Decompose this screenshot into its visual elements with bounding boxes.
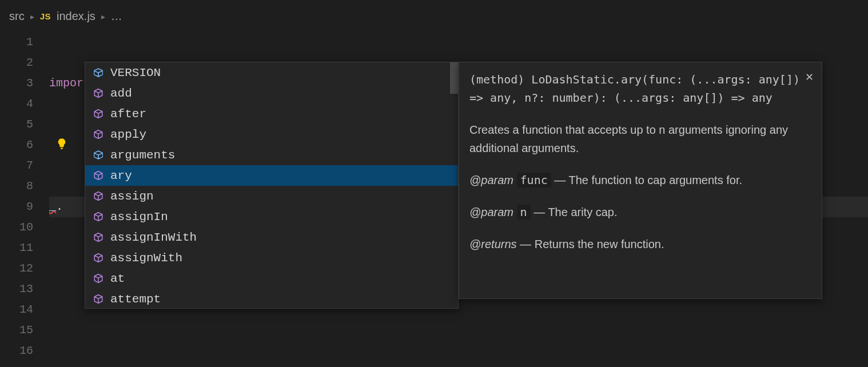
- line-number-gutter: 1 2 3 4 5 6 7 8 9 10 11 12 13 14 15 16: [0, 32, 49, 367]
- suggestion-label: apply: [110, 128, 146, 141]
- documentation-popup: ✕ (method) LoDashStatic.ary(func: (...ar…: [459, 62, 822, 299]
- suggestion-label: assignIn: [110, 210, 168, 224]
- suggestion-label: assignInWith: [110, 231, 197, 244]
- suggestion-item[interactable]: after: [85, 103, 458, 124]
- line-number: 1: [0, 32, 33, 53]
- suggestion-item[interactable]: assignWith: [85, 248, 458, 268]
- suggestion-label: VERSION: [110, 66, 161, 79]
- doc-param-desc: The arity cap.: [548, 206, 617, 218]
- method-icon: [93, 294, 103, 304]
- doc-returns-desc: Returns the new function.: [535, 238, 664, 250]
- line-number: 13: [0, 279, 33, 300]
- doc-returns: @returns — Returns the new function.: [469, 235, 811, 253]
- breadcrumb[interactable]: src ▸ JS index.js ▸ …: [0, 0, 868, 32]
- line-number: 14: [0, 300, 33, 320]
- suggestion-label: assignWith: [110, 252, 182, 265]
- method-icon: [93, 191, 103, 201]
- suggestion-label: attempt: [110, 293, 161, 306]
- chevron-right-icon: ▸: [101, 12, 105, 21]
- method-icon: [93, 253, 103, 263]
- doc-tag: @param: [469, 174, 513, 186]
- method-icon: [93, 129, 103, 139]
- chevron-right-icon: ▸: [30, 12, 34, 21]
- suggestion-label: ary: [110, 169, 132, 182]
- line-number: 8: [0, 176, 33, 197]
- file-type-badge: JS: [40, 11, 51, 21]
- suggestion-label: assign: [110, 190, 154, 203]
- breadcrumb-more[interactable]: …: [111, 10, 122, 23]
- suggestion-item[interactable]: assignIn: [85, 206, 458, 227]
- suggestion-item[interactable]: arguments: [85, 145, 458, 165]
- suggestion-item[interactable]: ary: [85, 165, 458, 186]
- suggestion-label: add: [110, 87, 132, 100]
- method-icon: [93, 212, 103, 222]
- suggestion-label: after: [110, 107, 146, 121]
- method-icon: [93, 109, 103, 119]
- doc-signature: (method) LoDashStatic.ary(func: (...args…: [469, 70, 811, 107]
- breadcrumb-file[interactable]: index.js: [57, 10, 95, 23]
- suggestion-item[interactable]: add: [85, 83, 458, 103]
- line-number: 3: [0, 73, 33, 94]
- line-number: 12: [0, 258, 33, 279]
- identifier-error: _: [49, 200, 56, 213]
- suggestion-popup[interactable]: VERSIONaddafterapplyargumentsaryassignas…: [85, 62, 459, 309]
- suggestion-item[interactable]: assign: [85, 186, 458, 206]
- lightbulb-icon[interactable]: [56, 138, 67, 149]
- line-number: 2: [0, 53, 33, 73]
- method-icon: [93, 88, 103, 98]
- suggestion-label: at: [110, 272, 125, 285]
- doc-summary: Creates a function that accepts up to n …: [469, 121, 811, 157]
- close-icon[interactable]: ✕: [805, 68, 814, 86]
- line-number: 9: [0, 197, 33, 217]
- suggestion-label: arguments: [110, 149, 175, 162]
- suggestion-item[interactable]: at: [85, 268, 458, 289]
- method-icon: [93, 170, 103, 181]
- method-icon: [93, 232, 103, 242]
- field-icon: [93, 150, 103, 160]
- suggestion-item[interactable]: attempt: [85, 289, 458, 309]
- scrollbar-thumb[interactable]: [450, 62, 458, 94]
- line-number: 4: [0, 94, 33, 114]
- line-number: 6: [0, 135, 33, 155]
- method-icon: [93, 273, 103, 284]
- doc-param-desc: The function to cap arguments for.: [569, 174, 743, 186]
- field-icon: [93, 67, 103, 78]
- line-number: 15: [0, 320, 33, 341]
- line-number: 16: [0, 341, 33, 361]
- code-line[interactable]: [49, 320, 868, 341]
- line-number: 10: [0, 217, 33, 238]
- doc-param-name: n: [517, 205, 531, 220]
- line-number: 11: [0, 238, 33, 258]
- doc-param: @param n — The arity cap.: [469, 203, 811, 221]
- line-number: 5: [0, 114, 33, 135]
- breadcrumb-folder[interactable]: src: [9, 10, 25, 23]
- dot: .: [56, 200, 63, 213]
- suggestion-item[interactable]: apply: [85, 124, 458, 145]
- suggestion-item[interactable]: assignInWith: [85, 227, 458, 248]
- line-number: 7: [0, 155, 33, 176]
- doc-param: @param func — The function to cap argume…: [469, 171, 811, 189]
- doc-tag: @param: [469, 206, 513, 218]
- doc-tag: @returns: [469, 238, 517, 250]
- suggestion-item[interactable]: VERSION: [85, 62, 458, 83]
- doc-param-name: func: [517, 173, 551, 188]
